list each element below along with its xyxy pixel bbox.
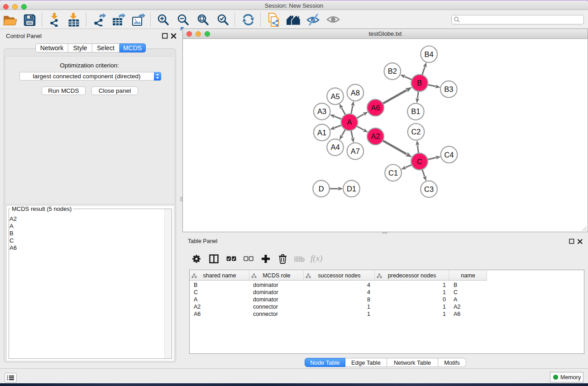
svg-text:B3: B3 [444, 85, 453, 93]
svg-text:A1: A1 [317, 129, 326, 137]
svg-text:A4: A4 [330, 143, 339, 151]
svg-text:C3: C3 [424, 185, 434, 193]
svg-text:A6: A6 [371, 104, 380, 112]
svg-text:A3: A3 [317, 107, 326, 115]
svg-text:C: C [417, 157, 422, 166]
svg-text:A7: A7 [351, 147, 360, 155]
svg-text:D: D [319, 185, 324, 193]
svg-text:C2: C2 [411, 128, 421, 136]
svg-text:B4: B4 [425, 50, 434, 58]
svg-text:D1: D1 [347, 185, 356, 193]
svg-text:B2: B2 [388, 67, 397, 75]
svg-text:A: A [347, 118, 352, 126]
svg-text:B1: B1 [411, 107, 420, 115]
svg-text:A5: A5 [330, 92, 339, 100]
svg-text:C1: C1 [388, 169, 398, 177]
svg-text:A8: A8 [351, 89, 360, 97]
svg-text:A2: A2 [371, 132, 380, 140]
svg-text:B: B [417, 79, 422, 87]
svg-text:C4: C4 [444, 151, 454, 159]
